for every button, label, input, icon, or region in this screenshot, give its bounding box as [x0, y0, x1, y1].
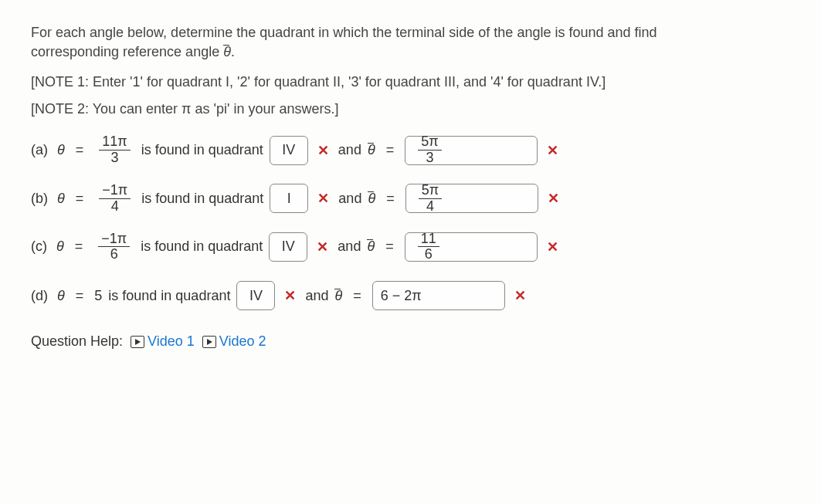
mid-text: is found in quadrant [141, 191, 263, 207]
equals-sign: = [386, 142, 395, 158]
incorrect-icon: ✕ [548, 190, 559, 207]
frac-den: 3 [108, 151, 122, 166]
frac-den: 6 [107, 247, 121, 262]
equals-sign: = [76, 288, 84, 304]
frac-den: 6 [422, 247, 436, 262]
and-text: and [338, 191, 361, 207]
equals-sign: = [385, 238, 394, 255]
svg-marker-1 [207, 339, 212, 345]
note-1: [NOTE 1: Enter '1' for quadrant I, '2' f… [31, 74, 790, 90]
frac-den: 3 [422, 151, 436, 166]
intro-line1: For each angle below, determine the quad… [31, 25, 657, 40]
intro-line2-prefix: corresponding reference angle [31, 44, 223, 59]
incorrect-icon: ✕ [317, 238, 328, 255]
play-icon [131, 336, 144, 348]
and-text: and [338, 142, 361, 158]
part-a-ref-frac: 5π 3 [418, 134, 441, 166]
intro-line2-suffix: . [231, 44, 235, 59]
frac-den: 4 [108, 199, 122, 215]
part-c-quadrant-input[interactable]: IV [269, 232, 307, 262]
part-b-reference-input[interactable]: 5π 4 [405, 184, 538, 213]
part-c-ref-frac: 11 6 [418, 232, 439, 263]
theta-bar-symbol: θ [223, 44, 231, 59]
part-b-theta-frac: −1π 4 [99, 183, 131, 215]
part-d-theta-value: 5 [94, 288, 102, 304]
frac-num: −1π [98, 232, 130, 248]
frac-den: 4 [423, 199, 437, 215]
part-c-row: (c) θ = −1π 6 is found in quadrant IV ✕ … [31, 232, 790, 263]
part-c-theta-frac: −1π 6 [98, 232, 130, 263]
part-c-label: (c) [31, 238, 47, 255]
video-1-label: Video 1 [148, 333, 195, 350]
part-b-ref-frac: 5π 4 [419, 183, 442, 215]
incorrect-icon: ✕ [547, 142, 558, 159]
help-label: Question Help: [31, 333, 123, 350]
part-d-reference-input[interactable]: 6 − 2π [372, 281, 505, 310]
part-a-label: (a) [31, 142, 48, 158]
incorrect-icon: ✕ [317, 142, 329, 159]
part-a-row: (a) θ = 11π 3 is found in quadrant IV ✕ … [31, 134, 790, 166]
frac-num: 5π [419, 183, 442, 199]
frac-num: 11π [99, 134, 130, 151]
video-2-label: Video 2 [219, 333, 266, 350]
theta-bar-symbol: θ [334, 288, 342, 304]
frac-num: 11 [418, 232, 439, 248]
mid-text: is found in quadrant [141, 238, 263, 255]
theta-symbol: θ [56, 238, 64, 255]
theta-bar-symbol: θ [368, 191, 375, 207]
part-b-label: (b) [31, 191, 48, 207]
incorrect-icon: ✕ [547, 238, 558, 255]
note-2: [NOTE 2: You can enter π as 'pi' in your… [31, 101, 790, 117]
incorrect-icon: ✕ [514, 287, 526, 304]
video-1-link[interactable]: Video 1 [131, 333, 195, 350]
mid-text: is found in quadrant [141, 142, 263, 158]
frac-num: 5π [418, 134, 441, 151]
equals-sign: = [75, 238, 83, 255]
equals-sign: = [76, 191, 84, 207]
equals-sign: = [76, 142, 84, 158]
part-a-quadrant-input[interactable]: IV [270, 136, 308, 165]
theta-symbol: θ [57, 142, 65, 158]
theta-symbol: θ [57, 191, 65, 207]
frac-num: −1π [99, 183, 131, 199]
part-a-theta-frac: 11π 3 [99, 134, 130, 166]
mid-text: is found in quadrant [108, 288, 230, 304]
part-d-label: (d) [31, 288, 48, 304]
play-icon [202, 336, 216, 348]
equals-sign: = [386, 191, 395, 207]
video-2-link[interactable]: Video 2 [202, 333, 266, 350]
svg-marker-0 [135, 339, 141, 345]
and-text: and [305, 288, 328, 304]
theta-bar-symbol: θ [367, 238, 375, 255]
part-b-quadrant-input[interactable]: I [270, 184, 308, 213]
part-c-reference-input[interactable]: 11 6 [405, 232, 538, 262]
and-text: and [338, 238, 361, 255]
incorrect-icon: ✕ [284, 287, 296, 304]
incorrect-icon: ✕ [317, 190, 329, 207]
question-help-row: Question Help: Video 1 Video 2 [31, 333, 790, 350]
part-a-reference-input[interactable]: 5π 3 [405, 136, 538, 165]
problem-statement: For each angle below, determine the quad… [31, 23, 790, 62]
equals-sign: = [353, 288, 361, 304]
part-d-quadrant-input[interactable]: IV [236, 281, 275, 310]
theta-bar-symbol: θ [368, 142, 375, 158]
theta-symbol: θ [57, 288, 65, 304]
part-d-row: (d) θ = 5 is found in quadrant IV ✕ and … [31, 281, 790, 310]
part-b-row: (b) θ = −1π 4 is found in quadrant I ✕ a… [31, 183, 790, 215]
